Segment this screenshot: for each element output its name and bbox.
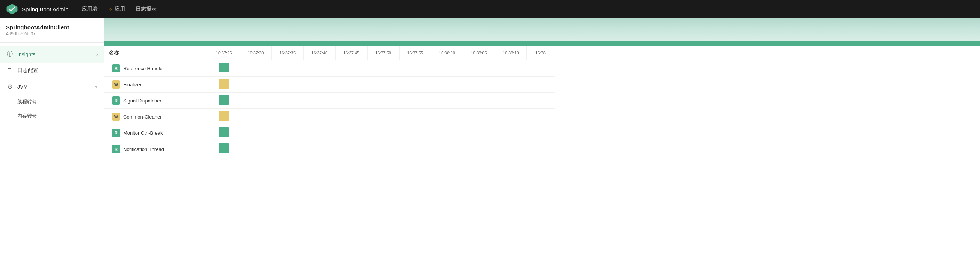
col-header-name: 名称 xyxy=(104,46,208,61)
timeline-cell xyxy=(367,61,399,76)
thread-table: 名称 16:37:25 16:37:30 16:37:35 16:37:40 1… xyxy=(104,46,555,157)
sidebar-memory-dump-label: 内存转储 xyxy=(17,113,37,119)
timeline-cell xyxy=(272,141,303,157)
timeline-cell xyxy=(399,141,431,157)
timeline-cell xyxy=(303,125,335,141)
sidebar-divider xyxy=(0,42,104,43)
file-icon: 🗒 xyxy=(6,67,14,74)
timeline-cell xyxy=(208,76,240,93)
sidebar-item-log-config[interactable]: 🗒 日志配置 xyxy=(0,63,104,78)
thread-name-label: Reference Handler xyxy=(123,66,164,71)
timeline-cell xyxy=(367,76,399,93)
timeline-cell xyxy=(335,61,367,76)
timeline-cell xyxy=(463,125,495,141)
timeline-cell xyxy=(367,109,399,125)
thread-name-cell: RSignal Dispatcher xyxy=(107,94,205,107)
nav-app[interactable]: 应用 xyxy=(103,3,130,14)
thread-name-label: Common-Cleaner xyxy=(123,114,162,120)
thread-name-label: Signal Dispatcher xyxy=(123,98,161,104)
svg-marker-0 xyxy=(7,4,17,14)
nav-app-wall[interactable]: 应用墙 xyxy=(77,3,102,14)
timeline-cell xyxy=(335,125,367,141)
thread-state-badge: R xyxy=(112,129,120,137)
timeline-cell xyxy=(240,125,272,141)
timeline-cell xyxy=(495,76,527,93)
timeline-cell xyxy=(463,141,495,157)
sidebar-app-title: SpringbootAdminClient xyxy=(6,24,98,30)
sidebar-sub-item-memory-dump[interactable]: 内存转储 xyxy=(0,109,104,123)
sidebar: SpringbootAdminClient 4d9dbc52dc37 ⓘ Ins… xyxy=(0,18,104,274)
sidebar-item-insights[interactable]: ⓘ Insights › xyxy=(0,46,104,63)
timeline-cell xyxy=(335,109,367,125)
timeline-cell xyxy=(240,76,272,93)
table-row: RNotification Thread xyxy=(104,141,555,157)
timeline-cell xyxy=(367,93,399,109)
sub-band xyxy=(104,41,980,46)
timeline-cell xyxy=(431,125,463,141)
thread-activity-bar xyxy=(218,127,229,137)
time-mark-1: 16:37:30 xyxy=(240,46,272,61)
thread-activity-bar xyxy=(218,79,229,89)
timeline-cell xyxy=(463,76,495,93)
thread-name-cell: RNotification Thread xyxy=(107,143,205,155)
brand: Spring Boot Admin xyxy=(6,3,68,15)
timeline-cell xyxy=(240,141,272,157)
timeline-cell xyxy=(367,125,399,141)
timeline-cell xyxy=(240,109,272,125)
table-row: RMonitor Ctrl-Break xyxy=(104,125,555,141)
timeline-cell xyxy=(335,93,367,109)
thread-state-badge: R xyxy=(112,96,120,105)
timeline-cell xyxy=(399,93,431,109)
sidebar-item-jvm[interactable]: ⊙ JVM ∨ xyxy=(0,78,104,95)
time-mark-7: 16:38:00 xyxy=(431,46,463,61)
brand-label: Spring Boot Admin xyxy=(22,6,68,13)
timeline-cell xyxy=(303,93,335,109)
table-row: WCommon-Cleaner xyxy=(104,109,555,125)
timeline-cell xyxy=(272,76,303,93)
timeline-cell xyxy=(431,141,463,157)
timeline-cell xyxy=(495,125,527,141)
timeline-cell xyxy=(303,141,335,157)
thread-activity-bar xyxy=(218,143,229,153)
sidebar-sub-item-thread-dump[interactable]: 线程转储 xyxy=(0,95,104,109)
timeline-cell xyxy=(208,109,240,125)
thread-name-cell: WFinalizer xyxy=(107,78,205,91)
timeline-cell xyxy=(303,61,335,76)
thread-table-wrapper: 名称 16:37:25 16:37:30 16:37:35 16:37:40 1… xyxy=(104,46,980,157)
timeline-cell xyxy=(399,125,431,141)
main-nav: 应用墙 应用 日志报表 xyxy=(77,3,161,14)
play-icon: ⊙ xyxy=(6,83,14,90)
timeline-cell xyxy=(303,109,335,125)
table-row: RSignal Dispatcher xyxy=(104,93,555,109)
timeline-cell xyxy=(463,61,495,76)
timeline-cell xyxy=(303,76,335,93)
timeline-cell xyxy=(272,61,303,76)
timeline-cell xyxy=(272,125,303,141)
time-mark-4: 16:37:45 xyxy=(335,46,367,61)
timeline-cell xyxy=(495,93,527,109)
time-mark-5: 16:37:50 xyxy=(367,46,399,61)
layout: SpringbootAdminClient 4d9dbc52dc37 ⓘ Ins… xyxy=(0,18,980,274)
timeline-cell xyxy=(463,109,495,125)
thread-name-cell: RReference Handler xyxy=(107,62,205,75)
timeline-cell xyxy=(431,93,463,109)
time-mark-6: 16:37:55 xyxy=(399,46,431,61)
timeline-cell xyxy=(335,76,367,93)
timeline-cell xyxy=(495,61,527,76)
sidebar-insights-label: Insights xyxy=(17,51,93,57)
thread-activity-bar xyxy=(218,111,229,121)
thread-name-cell: WCommon-Cleaner xyxy=(107,110,205,123)
thread-name-label: Monitor Ctrl-Break xyxy=(123,130,162,136)
thread-state-badge: W xyxy=(112,80,120,89)
time-mark-2: 16:37:35 xyxy=(272,46,303,61)
thread-activity-bar xyxy=(218,95,229,105)
timeline-cell xyxy=(399,76,431,93)
nav-log-report[interactable]: 日志报表 xyxy=(131,3,161,14)
sidebar-header: SpringbootAdminClient 4d9dbc52dc37 xyxy=(0,18,104,40)
timeline-cell xyxy=(335,141,367,157)
timeline-cell xyxy=(208,61,240,76)
time-mark-9: 16:38:10 xyxy=(495,46,527,61)
table-row: RReference Handler xyxy=(104,61,555,76)
time-mark-3: 16:37:40 xyxy=(303,46,335,61)
time-mark-0: 16:37:25 xyxy=(208,46,240,61)
